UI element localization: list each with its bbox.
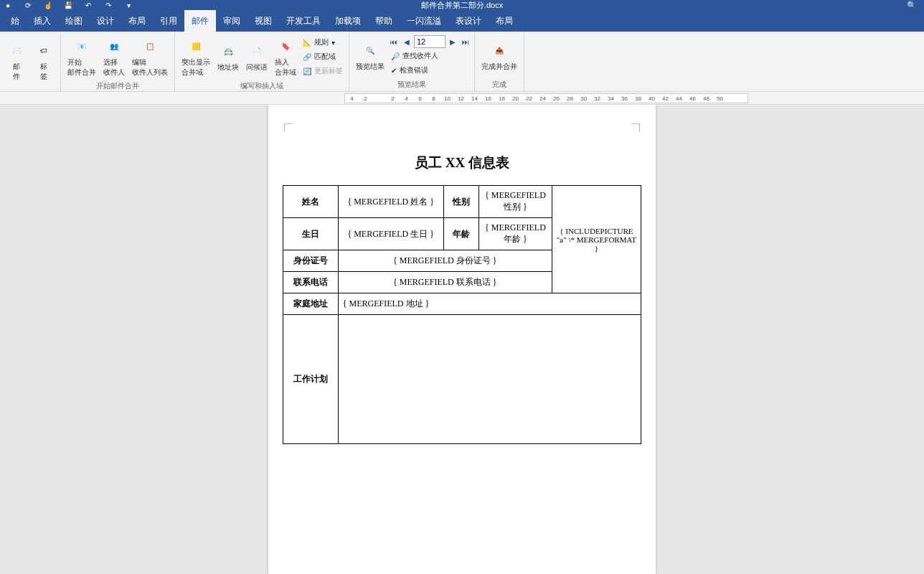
field-age[interactable]: { MERGEFIELD 年龄 } <box>479 218 552 250</box>
ribbon-group-finish: 📤 完成并合并 完成 <box>475 32 524 91</box>
ribbon: ✉️ 邮 件 🏷 标 签 📧 开始 邮件合并 👥 选择 收件人 📋 编辑 收件人… <box>0 32 924 92</box>
sync-icon[interactable]: ⟳ <box>20 0 36 10</box>
edit-recipients-button[interactable]: 📋 编辑 收件人列表 <box>128 33 171 80</box>
margin-corner-icon <box>631 123 640 132</box>
check-errors-button[interactable]: ✔检查错误 <box>388 64 471 77</box>
ribbon-group-start-merge: 📧 开始 邮件合并 👥 选择 收件人 📋 编辑 收件人列表 开始邮件合并 <box>61 32 175 91</box>
match-icon: 🔗 <box>303 53 311 61</box>
find-recipient-button[interactable]: 🔎查找收件人 <box>388 50 471 62</box>
check-icon: ✔ <box>391 67 397 75</box>
select-recipients-button[interactable]: 👥 选择 收件人 <box>100 33 128 80</box>
search-icon[interactable]: 🔍 <box>907 1 917 10</box>
field-phone[interactable]: { MERGEFIELD 联系电话 } <box>338 272 552 293</box>
label-icon: 🏷 <box>34 40 54 60</box>
rules-button[interactable]: 📐规则 ▾ <box>300 36 346 49</box>
employee-info-table[interactable]: 姓名 { MERGEFIELD 姓名 } 性别 { MERGEFIELD 性别 … <box>283 185 641 444</box>
find-icon: 🔎 <box>391 52 400 60</box>
tab-design[interactable]: 设计 <box>90 10 121 32</box>
prev-record-button[interactable]: ◀ <box>401 36 412 47</box>
touch-icon[interactable]: ☝ <box>40 0 56 10</box>
field-address[interactable]: { MERGEFIELD 地址 } <box>338 293 641 315</box>
labels-button[interactable]: 🏷 标 签 <box>30 37 57 85</box>
document-title: 邮件合并第二部分.docx <box>421 0 503 11</box>
envelopes-button[interactable]: ✉️ 邮 件 <box>3 37 30 85</box>
title-bar: ● ⟳ ☝ 💾 ↶ ↷ ▾ 邮件合并第二部分.docx 🔍 <box>0 0 924 10</box>
field-picture[interactable]: { INCLUDEPICTURE "a" \* MERGEFORMAT } <box>552 186 641 293</box>
label-phone[interactable]: 联系电话 <box>283 272 339 293</box>
tab-layout[interactable]: 布局 <box>121 10 153 32</box>
mail-merge-icon: 📧 <box>72 36 92 56</box>
next-record-button[interactable]: ▶ <box>447 36 458 47</box>
tab-draw[interactable]: 绘图 <box>58 10 90 32</box>
edit-list-icon: 📋 <box>140 36 160 56</box>
ribbon-group-create: ✉️ 邮 件 🏷 标 签 <box>0 32 61 91</box>
finish-merge-button[interactable]: 📤 完成并合并 <box>478 37 521 75</box>
tab-view[interactable]: 视图 <box>248 10 279 32</box>
recipients-icon: 👥 <box>104 36 124 56</box>
group-label <box>3 89 57 91</box>
tab-mailings[interactable]: 邮件 <box>184 10 216 32</box>
field-id[interactable]: { MERGEFIELD 身份证号 } <box>338 250 552 272</box>
tab-table-layout[interactable]: 布局 <box>489 10 520 32</box>
qat-dropdown-icon[interactable]: ▾ <box>121 0 136 10</box>
tab-review[interactable]: 审阅 <box>216 10 248 32</box>
tab-table-design[interactable]: 表设计 <box>448 10 489 32</box>
group-label: 预览结果 <box>352 79 471 91</box>
address-block-button[interactable]: 📇 地址块 <box>214 38 242 75</box>
highlight-merge-fields-button[interactable]: 🟨 突出显示 合并域 <box>178 33 214 80</box>
update-icon: 🔄 <box>303 67 311 75</box>
highlight-icon: 🟨 <box>186 36 206 56</box>
tab-help[interactable]: 帮助 <box>368 10 400 32</box>
insert-field-icon: 🔖 <box>275 36 296 56</box>
field-plan[interactable] <box>338 315 641 444</box>
tab-flash[interactable]: 一闪流溢 <box>400 10 448 32</box>
ribbon-group-preview: 🔍 预览结果 ⏮ ◀ ▶ ⏭ 🔎查找收件人 ✔检查错误 预览结果 <box>349 32 475 91</box>
label-age[interactable]: 年龄 <box>443 218 479 250</box>
label-plan[interactable]: 工作计划 <box>283 315 339 444</box>
field-gender[interactable]: { MERGEFIELD 性别 } <box>479 186 552 218</box>
greeting-line-button[interactable]: 📄 问候语 <box>242 38 271 75</box>
ribbon-group-write-fields: 🟨 突出显示 合并域 📇 地址块 📄 问候语 🔖 插入 合并域 📐规则 ▾ 🔗匹… <box>175 32 349 91</box>
rules-icon: 📐 <box>303 39 311 47</box>
autosave-icon[interactable]: ● <box>0 0 16 10</box>
group-label: 编写和插入域 <box>178 80 346 93</box>
label-name[interactable]: 姓名 <box>283 186 339 218</box>
document-workspace[interactable]: 员工 XX 信息表 姓名 { MERGEFIELD 姓名 } 性别 { MERG… <box>0 105 924 574</box>
field-birthday[interactable]: { MERGEFIELD 生日 } <box>338 218 443 250</box>
label-birthday[interactable]: 生日 <box>283 218 339 250</box>
page-title[interactable]: 员工 XX 信息表 <box>283 154 641 172</box>
label-address[interactable]: 家庭地址 <box>283 293 339 315</box>
preview-icon: 🔍 <box>360 40 380 60</box>
record-number-input[interactable] <box>414 35 446 48</box>
ruler-ticks: 42 246 81012 141618 202224 262830 323436… <box>345 94 748 103</box>
insert-merge-field-button[interactable]: 🔖 插入 合并域 <box>271 33 300 80</box>
first-record-button[interactable]: ⏮ <box>388 36 400 47</box>
last-record-button[interactable]: ⏭ <box>460 36 471 47</box>
save-icon[interactable]: 💾 <box>60 0 76 10</box>
tab-insert[interactable]: 插入 <box>27 10 58 32</box>
ribbon-tabs: 始 插入 绘图 设计 布局 引用 邮件 审阅 视图 开发工具 加载项 帮助 一闪… <box>0 10 924 32</box>
address-icon: 📇 <box>218 41 238 61</box>
horizontal-ruler[interactable]: 42 246 81012 141618 202224 262830 323436… <box>0 92 924 105</box>
preview-results-button[interactable]: 🔍 预览结果 <box>352 37 388 75</box>
greeting-icon: 📄 <box>247 41 267 61</box>
tab-home[interactable]: 始 <box>4 10 27 32</box>
group-label: 开始邮件合并 <box>64 80 171 93</box>
update-labels-button: 🔄更新标签 <box>300 65 346 77</box>
start-mail-merge-button[interactable]: 📧 开始 邮件合并 <box>64 33 100 80</box>
envelope-icon: ✉️ <box>6 40 27 60</box>
match-fields-button[interactable]: 🔗匹配域 <box>300 50 346 63</box>
quick-access-toolbar: ● ⟳ ☝ 💾 ↶ ↷ ▾ <box>0 0 136 10</box>
field-name[interactable]: { MERGEFIELD 姓名 } <box>338 186 443 218</box>
label-id[interactable]: 身份证号 <box>283 250 339 272</box>
tab-addins[interactable]: 加载项 <box>328 10 368 32</box>
redo-icon[interactable]: ↷ <box>100 0 116 10</box>
undo-icon[interactable]: ↶ <box>80 0 96 10</box>
tab-developer[interactable]: 开发工具 <box>279 10 328 32</box>
label-gender[interactable]: 性别 <box>443 186 479 218</box>
finish-icon: 📤 <box>489 40 509 60</box>
document-page[interactable]: 员工 XX 信息表 姓名 { MERGEFIELD 姓名 } 性别 { MERG… <box>268 105 656 574</box>
tab-references[interactable]: 引用 <box>153 10 184 32</box>
group-label: 完成 <box>478 79 521 91</box>
record-navigator: ⏮ ◀ ▶ ⏭ <box>388 35 471 48</box>
